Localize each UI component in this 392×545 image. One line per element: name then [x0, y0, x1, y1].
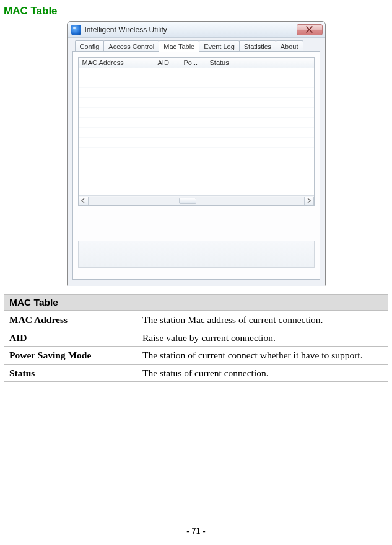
window-client: Config Access Control Mac Table Event Lo…	[68, 38, 325, 286]
listview-body[interactable]	[79, 68, 314, 195]
tab-config[interactable]: Config	[75, 40, 105, 51]
scroll-thumb[interactable]	[179, 198, 196, 204]
horizontal-scrollbar[interactable]	[79, 195, 314, 205]
table-row: Power Saving Mode The station of current…	[4, 346, 388, 363]
window-title: Intelligent Wireless Utility	[85, 25, 167, 34]
app-window-screenshot: Intelligent Wireless Utility Config Acce…	[67, 21, 326, 286]
tab-panel: MAC Address AID Po... Status	[72, 51, 320, 280]
desc-key: Status	[4, 365, 137, 381]
listview-header: MAC Address AID Po... Status	[79, 58, 314, 68]
titlebar: Intelligent Wireless Utility	[68, 22, 325, 38]
tab-event-log[interactable]: Event Log	[199, 40, 240, 51]
desc-key: MAC Address	[4, 311, 137, 328]
scroll-track[interactable]	[89, 197, 304, 205]
chevron-left-icon	[81, 198, 85, 203]
desc-val: The station Mac address of current conne…	[137, 311, 388, 328]
app-icon	[71, 25, 81, 35]
desc-key: Power Saving Mode	[4, 347, 137, 363]
tabstrip: Config Access Control Mac Table Event Lo…	[75, 40, 320, 51]
tab-about[interactable]: About	[276, 40, 303, 51]
page-title: MAC Table	[0, 0, 392, 21]
desc-key: AID	[4, 329, 137, 346]
bottom-panel	[78, 241, 315, 268]
description-table: MAC Table MAC Address The station Mac ad…	[4, 294, 388, 382]
close-button[interactable]	[297, 24, 323, 35]
tab-mac-table[interactable]: Mac Table	[159, 40, 199, 52]
tab-access-control[interactable]: Access Control	[103, 40, 159, 51]
page-footer: - 71 -	[0, 526, 392, 536]
tab-statistics[interactable]: Statistics	[239, 40, 276, 51]
column-aid[interactable]: AID	[154, 58, 180, 68]
desc-val: Raise value by current connection.	[137, 329, 388, 346]
scroll-right-button[interactable]	[304, 197, 314, 205]
column-power[interactable]: Po...	[180, 58, 206, 68]
chevron-right-icon	[307, 198, 311, 203]
desc-val: The status of current connection.	[137, 365, 388, 381]
scroll-left-button[interactable]	[79, 197, 89, 205]
column-status[interactable]: Status	[206, 58, 314, 68]
app-window: Intelligent Wireless Utility Config Acce…	[67, 21, 326, 286]
description-header: MAC Table	[4, 295, 388, 311]
table-row: AID Raise value by current connection.	[4, 329, 388, 346]
table-row: Status The status of current connection.	[4, 364, 388, 381]
mac-table-listview[interactable]: MAC Address AID Po... Status	[78, 57, 315, 206]
desc-val: The station of current connect whether i…	[137, 347, 388, 363]
column-mac-address[interactable]: MAC Address	[79, 58, 154, 68]
close-icon	[306, 26, 313, 33]
table-row: MAC Address The station Mac address of c…	[4, 311, 388, 328]
